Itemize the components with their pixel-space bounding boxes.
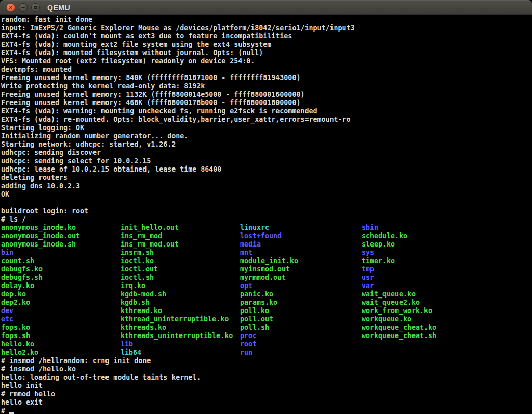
ls-entry: dep.ko bbox=[1, 290, 80, 299]
ls-entry: poll.out bbox=[240, 315, 298, 324]
console-line: EXT4-fs (vda): mounted filesystem withou… bbox=[1, 49, 532, 57]
ls-entry: anonymous_inode.ko bbox=[1, 224, 80, 232]
ls-entry: work_from_work.ko bbox=[362, 307, 436, 315]
console-line: # insmod /hello.ko bbox=[1, 365, 532, 373]
ls-entry: sys bbox=[362, 249, 436, 257]
console-line: Initializing random number generator... … bbox=[1, 132, 532, 140]
ls-entry: kthread_uninterruptible.ko bbox=[121, 315, 233, 324]
console-line: Write protecting the kernel read-only da… bbox=[1, 82, 532, 90]
terminal-screen[interactable]: random: fast init doneinput: ImExPS/2 Ge… bbox=[0, 15, 532, 414]
ls-entry: ins_rm_mod bbox=[121, 232, 233, 240]
ls-entry: hello.ko bbox=[1, 340, 80, 348]
ls-entry: media bbox=[240, 240, 298, 249]
ls-entry: debugfs.ko bbox=[1, 265, 80, 274]
ls-entry: workqueue_cheat.sh bbox=[362, 332, 436, 340]
shell-prompt-line: # bbox=[1, 407, 532, 414]
ls-entry: irq.ko bbox=[121, 282, 233, 290]
ls-column-2: init_hello.outins_rm_modins_rm_mod.outin… bbox=[121, 224, 233, 357]
console-line: devtmpfs: mounted bbox=[1, 66, 532, 74]
ls-entry: panic.ko bbox=[240, 290, 298, 299]
ls-column-4: sbinschedule.kosleep.kosystimer.kotmpusr… bbox=[362, 224, 436, 340]
minimize-button[interactable] bbox=[19, 3, 28, 12]
close-button[interactable]: ✕ bbox=[6, 3, 15, 12]
ls-entry: linuxrc bbox=[240, 224, 298, 232]
console-line: deleting routers bbox=[1, 174, 532, 182]
ls-entry: kthreads.ko bbox=[121, 324, 233, 332]
ls-entry: fops.ko bbox=[1, 324, 80, 332]
ls-entry: lib bbox=[121, 340, 233, 348]
window-title: QEMU bbox=[47, 4, 70, 12]
console-line: Freeing unused kernel memory: 840K (ffff… bbox=[1, 74, 532, 82]
ls-entry: etc bbox=[1, 315, 80, 324]
ls-entry: anonymous_inode.out bbox=[1, 232, 80, 240]
ls-entry: kgdb.sh bbox=[121, 299, 233, 307]
window-controls: ✕ bbox=[6, 3, 40, 12]
ls-entry: lib64 bbox=[121, 348, 233, 357]
ls-entry: root bbox=[240, 340, 298, 348]
ls-entry: wait_queue2.ko bbox=[362, 299, 436, 307]
ls-entry: opt bbox=[240, 282, 298, 290]
ls-entry: count.sh bbox=[1, 257, 80, 265]
ls-entry: myinsmod.out bbox=[240, 265, 298, 274]
console-line: # ls / bbox=[1, 215, 532, 224]
shell-log: # insmod /hellrandom: crng init done# in… bbox=[1, 357, 532, 407]
ls-column-3: linuxrclost+foundmediamntmodule_init.kom… bbox=[240, 224, 298, 357]
console-line: Freeing unused kernel memory: 468K (ffff… bbox=[1, 99, 532, 107]
console-line: EXT4-fs (vda): re-mounted. Opts: block_v… bbox=[1, 115, 532, 124]
ls-column-1: anonymous_inode.koanonymous_inode.outano… bbox=[1, 224, 80, 357]
console-line: udhcpc: lease of 10.0.2.15 obtained, lea… bbox=[1, 165, 532, 174]
maximize-button[interactable] bbox=[31, 3, 40, 12]
ls-entry: lost+found bbox=[240, 232, 298, 240]
ls-entry: insrm.sh bbox=[121, 249, 233, 257]
ls-entry: sleep.ko bbox=[362, 240, 436, 249]
ls-entry: fops.sh bbox=[1, 332, 80, 340]
ls-entry: kthread.ko bbox=[121, 307, 233, 315]
ls-entry: bin bbox=[1, 249, 80, 257]
ls-output: anonymous_inode.koanonymous_inode.outano… bbox=[1, 224, 532, 357]
ls-entry: kgdb-mod.sh bbox=[121, 290, 233, 299]
ls-entry: wait_queue.ko bbox=[362, 290, 436, 299]
ls-entry: ioctl.sh bbox=[121, 274, 233, 282]
console-line: buildroot login: root bbox=[1, 207, 532, 215]
maximize-icon bbox=[34, 6, 37, 9]
ls-entry: proc bbox=[240, 332, 298, 340]
ls-entry: hello2.ko bbox=[1, 348, 80, 357]
ls-entry: workqueue_cheat.ko bbox=[362, 324, 436, 332]
ls-entry: sbin bbox=[362, 224, 436, 232]
ls-entry: mnt bbox=[240, 249, 298, 257]
ls-entry: kthreads_uninterruptible.ko bbox=[121, 332, 233, 340]
console-line: # insmod /hellrandom: crng init done bbox=[1, 357, 532, 365]
console-line: udhcpc: sending discover bbox=[1, 149, 532, 157]
console-line: Starting logging: OK bbox=[1, 124, 532, 132]
window-titlebar[interactable]: ✕ QEMU bbox=[0, 0, 532, 15]
console-line: hello: loading out-of-tree module taints… bbox=[1, 373, 532, 382]
ls-entry: poll.ko bbox=[240, 307, 298, 315]
console-line: EXT4-fs (vda): warning: mounting uncheck… bbox=[1, 107, 532, 115]
ls-entry: ioctl.out bbox=[121, 265, 233, 274]
ls-entry: module_init.ko bbox=[240, 257, 298, 265]
ls-entry: run bbox=[240, 348, 298, 357]
ls-entry: var bbox=[362, 282, 436, 290]
shell-prompt: # bbox=[1, 407, 9, 414]
console-line: # rmmod hello bbox=[1, 390, 532, 398]
console-line: hello init bbox=[1, 382, 532, 390]
console-line: Starting network: udhcpc: started, v1.26… bbox=[1, 140, 532, 149]
ls-entry: ioctl.ko bbox=[121, 257, 233, 265]
console-line: VFS: Mounted root (ext2 filesystem) read… bbox=[1, 57, 532, 66]
console-line: OK bbox=[1, 190, 532, 199]
close-icon: ✕ bbox=[8, 5, 13, 10]
console-line: udhcpc: sending select for 10.0.2.15 bbox=[1, 157, 532, 165]
ls-entry: workqueue.ko bbox=[362, 315, 436, 324]
console-line: EXT4-fs (vda): couldn't mount as ext3 du… bbox=[1, 32, 532, 41]
ls-entry: dev bbox=[1, 307, 80, 315]
ls-entry: timer.ko bbox=[362, 257, 436, 265]
ls-entry: dep2.ko bbox=[1, 299, 80, 307]
console-line: Freeing unused kernel memory: 1132K (fff… bbox=[1, 90, 532, 99]
console-line: input: ImExPS/2 Generic Explorer Mouse a… bbox=[1, 24, 532, 32]
ls-entry: poll.sh bbox=[240, 324, 298, 332]
ls-entry: delay.ko bbox=[1, 282, 80, 290]
console-line: adding dns 10.0.2.3 bbox=[1, 182, 532, 190]
ls-entry: tmp bbox=[362, 265, 436, 274]
minimize-icon bbox=[21, 7, 25, 8]
ls-entry: ins_rm_mod.out bbox=[121, 240, 233, 249]
